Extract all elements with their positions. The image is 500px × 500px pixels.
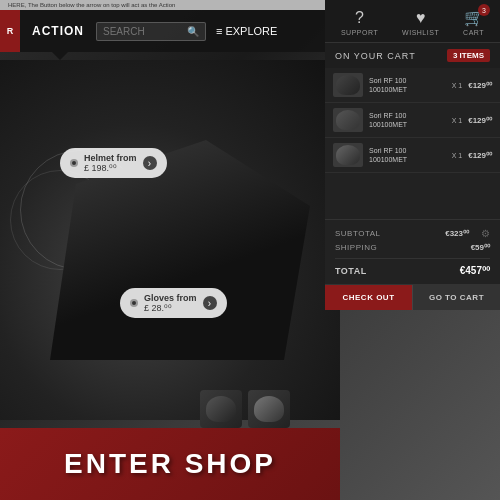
helmet-arrow-icon: ›: [143, 156, 157, 170]
cart-item-qty-2: X 1: [452, 117, 463, 124]
gear-icon: ⚙: [481, 228, 490, 239]
cart-item-image-2: [333, 108, 363, 132]
cart-badge: 3: [478, 4, 490, 16]
search-bar[interactable]: 🔍: [96, 22, 206, 41]
hotspot-dot-gloves: [130, 299, 138, 307]
cart-items-count: 3 ITEMS: [447, 49, 490, 62]
subtotal-row: SUBTOTAL €323⁰⁰ ⚙: [335, 226, 490, 241]
cart-item: Sori RF 100 100100MET X 1 €129⁰⁰: [325, 68, 500, 103]
cart-items-list: Sori RF 100 100100MET X 1 €129⁰⁰ Sori RF…: [325, 68, 500, 219]
cart-totals: SUBTOTAL €323⁰⁰ ⚙ SHIPPING €59⁰⁰ TOTAL €…: [325, 219, 500, 284]
enter-shop-label: ENTER SHOP: [64, 448, 276, 480]
totals-divider: [335, 258, 490, 259]
nav-arrow: [52, 52, 68, 60]
motorcycle-area: [0, 60, 340, 420]
enter-shop-banner[interactable]: ENTER SHOP: [0, 428, 340, 500]
cart-item-info-3: Sori RF 100 100100MET: [369, 146, 446, 164]
shipping-label: SHIPPING: [335, 243, 377, 252]
cart-item-sku-1: 100100MET: [369, 85, 446, 94]
cart-panel: ? SUPPORT ♥ WISHLIST 🛒 3 CART ON YOUR CA…: [325, 0, 500, 310]
info-bar-text: HERE, The Button below the arrow on top …: [8, 2, 175, 8]
cart-item-name-2: Sori RF 100: [369, 111, 446, 120]
cart-top-icons: ? SUPPORT ♥ WISHLIST 🛒 3 CART: [325, 0, 500, 43]
thumb-helmet-2: [254, 396, 284, 422]
product-thumb-2[interactable]: [248, 390, 290, 428]
cart-item-qty-1: X 1: [452, 82, 463, 89]
cart-item-name-1: Sori RF 100: [369, 76, 446, 85]
subtotal-label: SUBTOTAL: [335, 229, 381, 238]
cart-item-sku-2: 100100MET: [369, 120, 446, 129]
shipping-value: €59⁰⁰: [471, 243, 490, 252]
helmet-hotspot[interactable]: Helmet from £ 198.⁰⁰ ›: [60, 148, 167, 178]
go-to-cart-button[interactable]: GO TO CART: [412, 285, 500, 310]
navbar: R ACTION 🔍 ≡ EXPLORE: [0, 10, 340, 52]
cart-item: Sori RF 100 100100MET X 1 €129⁰⁰: [325, 138, 500, 173]
helmet-img-3: [336, 145, 360, 165]
cart-item-sku-3: 100100MET: [369, 155, 446, 164]
thumb-helmet-1: [206, 396, 236, 422]
cart-item-info-1: Sori RF 100 100100MET: [369, 76, 446, 94]
cart-item: Sori RF 100 100100MET X 1 €129⁰⁰: [325, 103, 500, 138]
support-label: SUPPORT: [341, 29, 378, 36]
product-thumb-1[interactable]: [200, 390, 242, 428]
total-label: TOTAL: [335, 266, 367, 276]
checkout-button[interactable]: CHECK OUT: [325, 285, 412, 310]
helmet-price: £ 198.⁰⁰: [84, 163, 137, 173]
cart-header: ON YOUR CART 3 ITEMS: [325, 43, 500, 68]
cart-item-price-3: €129⁰⁰: [468, 151, 492, 160]
action-button[interactable]: ACTION: [20, 24, 96, 38]
explore-button[interactable]: ≡ EXPLORE: [206, 25, 287, 37]
on-your-cart-label: ON YOUR CART: [335, 51, 416, 61]
cart-label: CART: [463, 29, 484, 36]
helmet-hotspot-text: Helmet from £ 198.⁰⁰: [84, 153, 137, 173]
product-thumbnails: [200, 390, 290, 428]
cart-item-price-2: €129⁰⁰: [468, 116, 492, 125]
shipping-row: SHIPPING €59⁰⁰: [335, 241, 490, 254]
cart-icon-item[interactable]: 🛒 3 CART: [463, 8, 484, 36]
cart-item-name-3: Sori RF 100: [369, 146, 446, 155]
gloves-arrow-icon: ›: [203, 296, 217, 310]
support-icon: ?: [355, 9, 364, 27]
wishlist-icon-item[interactable]: ♥ WISHLIST: [402, 9, 439, 36]
support-icon-item[interactable]: ? SUPPORT: [341, 9, 378, 36]
nav-logo: R: [0, 10, 20, 52]
gloves-hotspot[interactable]: Gloves from £ 28.⁰⁰ ›: [120, 288, 227, 318]
cart-item-info-2: Sori RF 100 100100MET: [369, 111, 446, 129]
cart-item-image-3: [333, 143, 363, 167]
cart-item-image-1: [333, 73, 363, 97]
wishlist-icon: ♥: [416, 9, 426, 27]
gloves-price: £ 28.⁰⁰: [144, 303, 197, 313]
explore-label: EXPLORE: [225, 25, 277, 37]
gloves-hotspot-text: Gloves from £ 28.⁰⁰: [144, 293, 197, 313]
explore-icon: ≡: [216, 25, 222, 37]
cart-actions: CHECK OUT GO TO CART: [325, 284, 500, 310]
helmet-img-1: [336, 75, 360, 95]
cart-item-qty-3: X 1: [452, 152, 463, 159]
info-bar: HERE, The Button below the arrow on top …: [0, 0, 340, 10]
hotspot-dot: [70, 159, 78, 167]
search-icon: 🔍: [187, 26, 199, 37]
wishlist-label: WISHLIST: [402, 29, 439, 36]
total-value: €457⁰⁰: [460, 265, 490, 276]
helmet-label: Helmet from: [84, 153, 137, 163]
gloves-label: Gloves from: [144, 293, 197, 303]
subtotal-value: €323⁰⁰: [445, 229, 469, 238]
helmet-img-2: [336, 110, 360, 130]
total-row: TOTAL €457⁰⁰: [335, 263, 490, 278]
cart-item-price-1: €129⁰⁰: [468, 81, 492, 90]
search-input[interactable]: [103, 26, 183, 37]
